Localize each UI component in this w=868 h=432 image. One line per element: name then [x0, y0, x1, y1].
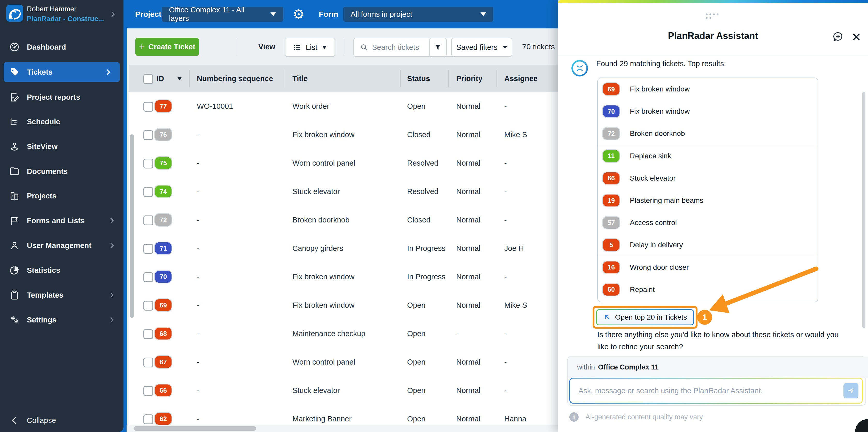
sidebar-item-forms-and-lists[interactable]: Forms and Lists — [0, 211, 123, 231]
table-row[interactable]: 70 - Fix broken window In Progress Norma… — [129, 263, 558, 291]
cell-title: Stuck elevator — [292, 177, 340, 206]
table-row[interactable]: 77 WO-10001 Work order Open Normal - — [129, 92, 558, 121]
table-row[interactable]: 75 - Worn control panel Resolved Normal … — [129, 149, 558, 178]
assistant-input-border: Ask, message or search using the PlanRad… — [569, 378, 863, 404]
assistant-result-row[interactable]: 57 Access control — [598, 212, 818, 234]
drag-handle-icon[interactable] — [706, 13, 720, 19]
sidebar-item-tickets[interactable]: Tickets — [4, 62, 120, 82]
assistant-result-row[interactable]: 5 Delay in delivery — [598, 234, 818, 256]
form-label: Form — [319, 0, 338, 28]
list-icon — [293, 43, 301, 51]
disclaimer-text: AI-generated content quality may vary — [585, 413, 703, 421]
table-row[interactable]: 74 - Stuck elevator Resolved Normal - — [129, 177, 558, 206]
clipboard-icon — [9, 290, 20, 300]
table-vertical-scrollbar[interactable] — [130, 134, 134, 318]
cell-numbering: - — [197, 319, 199, 348]
row-checkbox[interactable] — [144, 414, 153, 424]
column-header-status[interactable]: Status — [407, 65, 430, 92]
arrow-up-left-icon — [603, 313, 611, 321]
sidebar-item-schedule[interactable]: Schedule — [0, 112, 123, 132]
cell-numbering: - — [197, 405, 199, 425]
user-account-block[interactable]: Robert Hammer PlanRadar - Construc... — [0, 0, 123, 28]
project-label: Project — [135, 0, 161, 28]
row-checkbox[interactable] — [144, 272, 153, 282]
open-top-20-button[interactable]: Open top 20 in Tickets — [596, 309, 694, 325]
row-checkbox[interactable] — [144, 215, 153, 225]
table-row[interactable]: 67 - Worn control panel Open Normal - — [129, 348, 558, 377]
context-scope-bar[interactable]: within Office Complex 11 — [568, 357, 868, 378]
assistant-result-row[interactable]: 72 Broken doorknob — [598, 122, 818, 145]
row-checkbox[interactable] — [144, 329, 153, 339]
close-icon[interactable] — [851, 32, 861, 42]
assistant-result-row[interactable]: 19 Plastering main beams — [598, 189, 818, 212]
send-button[interactable] — [843, 383, 859, 398]
row-checkbox[interactable] — [144, 244, 153, 254]
cell-numbering: - — [197, 149, 199, 177]
sidebar-item-projects[interactable]: Projects — [0, 186, 123, 206]
assistant-result-row[interactable]: 11 Replace sink — [598, 145, 818, 168]
result-title: Fix broken window — [630, 100, 690, 122]
table-row[interactable]: 71 - Canopy girders In Progress Normal J… — [129, 234, 558, 263]
row-checkbox[interactable] — [144, 102, 153, 112]
sidebar-item-project-reports[interactable]: Project reports — [0, 87, 123, 107]
table-row[interactable]: 76 - Fix broken window Closed Normal Mik… — [129, 120, 558, 149]
sidebar-collapse-button[interactable]: Collapse — [0, 410, 123, 430]
view-mode-dropdown[interactable]: List — [285, 38, 335, 57]
dashboard-icon — [9, 42, 20, 52]
cell-priority: - — [456, 319, 459, 348]
assistant-panel: PlanRadar Assistant Found 29 matching ti… — [558, 0, 868, 432]
assistant-result-row[interactable]: 66 Stuck elevator — [598, 167, 818, 190]
table-row[interactable]: 62 - Marketing Banner Open Normal Hanna — [129, 405, 558, 425]
form-dropdown[interactable]: All forms in project — [343, 7, 493, 22]
row-checkbox[interactable] — [144, 159, 153, 168]
assistant-result-row[interactable]: 60 Repaint — [598, 279, 818, 301]
flag-icon — [9, 215, 20, 226]
sort-desc-icon[interactable] — [177, 77, 182, 80]
cell-numbering: WO-10001 — [197, 92, 233, 120]
table-row[interactable]: 66 - Stuck elevator Open Normal - — [129, 376, 558, 405]
user-icon — [9, 240, 20, 251]
assistant-scrollbar[interactable] — [862, 92, 865, 328]
assistant-result-row[interactable]: 69 Fix broken window — [598, 78, 818, 101]
sidebar-item-siteview[interactable]: SiteView — [0, 136, 123, 157]
search-icon — [360, 43, 368, 51]
row-checkbox[interactable] — [144, 187, 153, 197]
table-horizontal-scrollbar[interactable] — [133, 426, 256, 431]
cell-status: Closed — [407, 120, 430, 149]
select-all-checkbox[interactable] — [144, 74, 153, 84]
result-title: Repaint — [630, 279, 655, 301]
column-header-numbering[interactable]: Numbering sequence — [197, 65, 273, 92]
feedback-icon[interactable] — [832, 31, 844, 42]
sidebar-item-documents[interactable]: Documents — [0, 161, 123, 181]
row-checkbox[interactable] — [144, 358, 153, 367]
table-row[interactable]: 72 - Broken doorknob Closed Normal - — [129, 206, 558, 235]
row-checkbox[interactable] — [144, 386, 153, 396]
cell-status: In Progress — [407, 234, 445, 263]
cell-numbering: - — [197, 348, 199, 376]
row-checkbox[interactable] — [144, 130, 153, 140]
cell-assignee: Joe H — [504, 234, 524, 263]
row-checkbox[interactable] — [144, 301, 153, 311]
sidebar-item-dashboard[interactable]: Dashboard — [0, 37, 123, 57]
filter-button[interactable] — [429, 38, 447, 57]
table-row[interactable]: 69 - Fix broken window Open Normal Mike … — [129, 291, 558, 320]
sidebar-item-settings[interactable]: Settings — [0, 310, 123, 330]
app-window: Project Office Complex 11 - All layers ⚙… — [0, 0, 868, 432]
assistant-result-row[interactable]: 70 Fix broken window — [598, 100, 818, 123]
sidebar-item-statistics[interactable]: Statistics — [0, 260, 123, 280]
column-header-id[interactable]: ID — [157, 65, 164, 92]
assistant-result-row[interactable]: 16 Wrong door closer — [598, 256, 818, 279]
table-row[interactable]: 68 - Maintenance checkup Open - - — [129, 319, 558, 348]
column-header-assignee[interactable]: Assignee — [504, 65, 537, 92]
sidebar-item-user-management[interactable]: User Management — [0, 236, 123, 255]
create-ticket-button[interactable]: + Create Ticket — [135, 38, 199, 56]
column-header-title[interactable]: Title — [292, 65, 308, 92]
project-settings-gear-icon[interactable]: ⚙ — [293, 0, 305, 28]
project-dropdown[interactable]: Office Complex 11 - All layers — [162, 7, 283, 22]
chevron-left-icon — [9, 415, 20, 426]
column-header-priority[interactable]: Priority — [456, 65, 483, 92]
saved-filters-dropdown[interactable]: Saved filters — [451, 38, 512, 57]
cell-title: Stuck elevator — [292, 376, 340, 405]
sidebar-item-templates[interactable]: Templates — [0, 285, 123, 305]
assistant-input[interactable]: Ask, message or search using the PlanRad… — [570, 378, 862, 403]
